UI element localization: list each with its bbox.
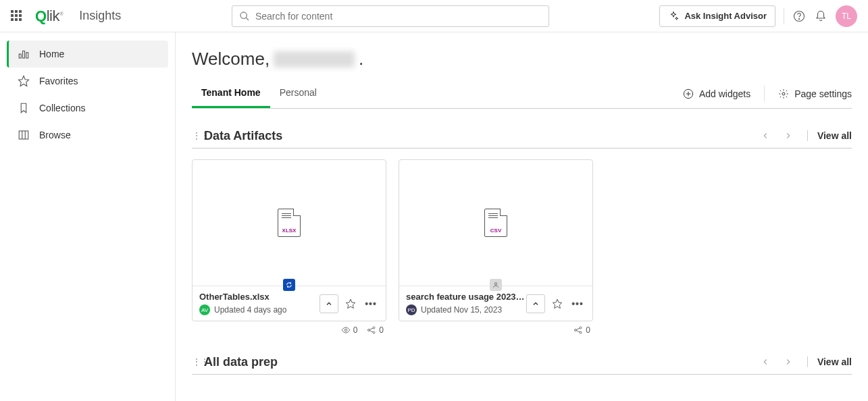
welcome-suffix: .: [359, 49, 363, 70]
sidebar: Home Favorites Collections Browse: [0, 32, 176, 401]
card-stats: 0: [399, 325, 593, 335]
sidebar-item-label: Browse: [39, 130, 71, 140]
artifact-card[interactable]: CSV search feature usage 2023.cs PD: [399, 159, 593, 321]
file-type-label: CSV: [485, 228, 507, 234]
brand-logo[interactable]: Qlik®: [35, 7, 63, 25]
svg-point-25: [580, 327, 582, 329]
chevron-right-icon[interactable]: [780, 128, 796, 144]
card-title: search feature usage 2023.cs: [406, 292, 526, 302]
more-menu-button[interactable]: •••: [569, 296, 586, 312]
svg-line-28: [576, 331, 580, 332]
plus-circle-icon: [683, 88, 694, 99]
tab-personal[interactable]: Personal: [270, 79, 326, 108]
owner-avatar: PD: [406, 304, 417, 315]
chevron-up-icon: [532, 300, 540, 308]
page-settings-button[interactable]: Page settings: [778, 88, 852, 99]
view-all-link[interactable]: View all: [807, 356, 852, 367]
sync-badge-icon: [283, 279, 295, 291]
welcome-username-redacted: [274, 51, 355, 68]
ask-insight-advisor-button[interactable]: Ask Insight Advisor: [659, 5, 775, 27]
help-icon[interactable]: [792, 9, 806, 23]
sidebar-item-label: Collections: [39, 103, 85, 113]
star-icon: [552, 298, 563, 309]
header-section-name: Insights: [79, 9, 121, 23]
bookmark-icon: [18, 102, 30, 114]
star-icon: [345, 298, 356, 309]
svg-line-1: [246, 18, 249, 20]
svg-rect-5: [23, 51, 25, 59]
expand-button[interactable]: [320, 294, 338, 313]
svg-point-16: [344, 329, 347, 331]
svg-point-19: [373, 331, 375, 333]
card-preview: CSV: [399, 160, 592, 286]
bell-icon[interactable]: [814, 9, 827, 23]
svg-point-14: [782, 92, 785, 95]
card-updated: Updated Nov 15, 2023: [421, 305, 502, 315]
svg-line-21: [369, 331, 373, 332]
welcome-heading: Welcome, .: [192, 49, 852, 70]
welcome-prefix: Welcome,: [192, 49, 270, 70]
person-badge-icon: [490, 279, 502, 291]
expand-button[interactable]: [526, 294, 545, 313]
chevron-up-icon: [325, 300, 333, 308]
svg-rect-6: [26, 53, 28, 58]
svg-point-26: [580, 331, 582, 333]
chevron-left-icon[interactable]: [757, 354, 773, 370]
sparkle-icon: [668, 11, 679, 22]
section-data-artifacts: ⋮⋮ Data Artifacts View all: [192, 128, 852, 335]
eye-icon: [341, 325, 351, 335]
add-widgets-button[interactable]: Add widgets: [683, 88, 750, 99]
view-all-link[interactable]: View all: [807, 130, 852, 141]
svg-point-22: [494, 283, 496, 285]
share-stat: 0: [367, 325, 384, 335]
file-icon: XLSX: [278, 209, 301, 237]
sidebar-item-home[interactable]: Home: [7, 41, 168, 68]
chevron-left-icon[interactable]: [757, 128, 773, 144]
drag-handle-icon[interactable]: ⋮⋮: [192, 130, 199, 141]
svg-line-27: [576, 328, 580, 329]
svg-rect-8: [19, 131, 28, 139]
advisor-label: Ask Insight Advisor: [684, 11, 767, 21]
svg-point-24: [575, 329, 577, 331]
section-title: Data Artifacts: [204, 129, 282, 143]
sidebar-item-browse[interactable]: Browse: [7, 122, 168, 149]
brand-text: lik: [47, 7, 59, 24]
columns-icon: [18, 129, 30, 141]
svg-point-18: [373, 327, 375, 329]
svg-marker-15: [346, 299, 355, 308]
chevron-right-icon[interactable]: [780, 354, 796, 370]
sidebar-item-favorites[interactable]: Favorites: [7, 68, 168, 95]
search-input-wrap[interactable]: [232, 5, 549, 27]
tab-tenant-home[interactable]: Tenant Home: [192, 79, 270, 108]
share-icon: [367, 325, 376, 335]
svg-rect-4: [19, 54, 21, 58]
views-stat: 0: [341, 325, 358, 335]
main-content: Welcome, . Tenant Home Personal Add widg…: [176, 32, 868, 401]
section-title: All data prep: [204, 355, 278, 369]
sidebar-item-collections[interactable]: Collections: [7, 95, 168, 122]
bar-chart-icon: [18, 48, 30, 60]
artifact-card[interactable]: XLSX OtherTables.xlsx AV Upd: [192, 159, 386, 321]
more-menu-button[interactable]: •••: [363, 296, 379, 312]
card-stats: 0 0: [192, 325, 386, 335]
favorite-button[interactable]: [342, 296, 359, 312]
apps-launcher-icon[interactable]: [11, 10, 23, 22]
search-input[interactable]: [255, 11, 542, 22]
card-title: OtherTables.xlsx: [199, 292, 320, 302]
owner-avatar: AV: [199, 304, 210, 315]
user-avatar[interactable]: TL: [836, 5, 857, 27]
divider: [764, 86, 765, 102]
svg-point-0: [240, 12, 247, 18]
gear-icon: [778, 88, 789, 99]
file-icon: CSV: [484, 209, 507, 237]
svg-point-17: [368, 329, 370, 331]
star-icon: [18, 75, 30, 87]
favorite-button[interactable]: [549, 296, 565, 312]
section-all-data-prep: ⋮⋮ All data prep View all: [192, 354, 852, 375]
share-icon: [573, 325, 583, 335]
card-preview: XLSX: [193, 160, 386, 286]
svg-marker-7: [19, 76, 29, 86]
card-updated: Updated 4 days ago: [214, 305, 286, 315]
sidebar-item-label: Home: [39, 49, 64, 59]
drag-handle-icon[interactable]: ⋮⋮: [192, 356, 199, 367]
